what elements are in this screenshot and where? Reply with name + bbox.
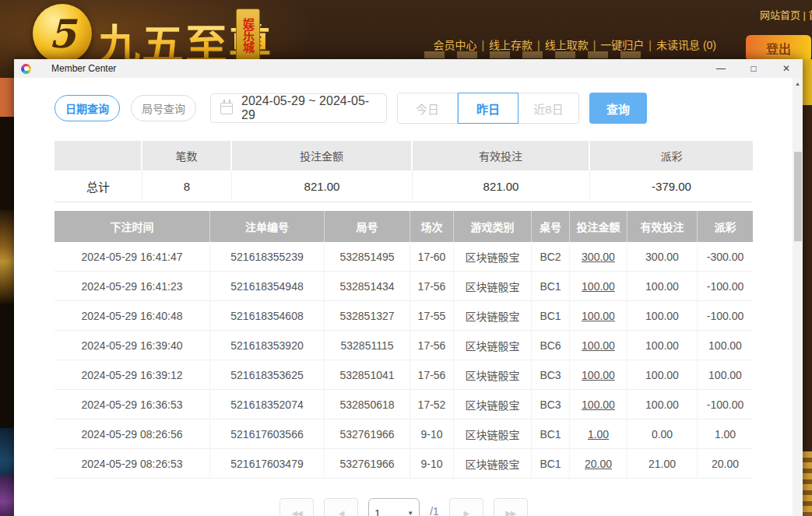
cell-bet-amount[interactable]: 300.00 [570, 242, 627, 271]
window-titlebar[interactable]: Member Center — □ ✕ [14, 59, 803, 78]
cell-payout: 1.00 [698, 419, 753, 448]
today-button[interactable]: 今日 [397, 93, 458, 124]
page-select[interactable]: 1 ▼ [368, 498, 420, 516]
summary-header-cell: 派彩 [590, 141, 753, 170]
cell-bet-amount[interactable]: 1.00 [570, 419, 627, 448]
cell-valid-bet: 100.00 [627, 331, 698, 360]
bg-dark-block [0, 117, 14, 210]
page-total-label: /1 [430, 505, 439, 516]
summary-header-cell: 笔数 [142, 141, 232, 170]
bg-dark-block [0, 304, 14, 428]
bets-header-row: 下注时间注单编号局号场次游戏类别桌号投注金额有效投注派彩 [54, 211, 753, 242]
cell-bet-amount[interactable]: 100.00 [570, 360, 627, 389]
cell-bet-id: 521618353625 [210, 360, 325, 389]
cell-bet-amount[interactable]: 20.00 [570, 449, 627, 478]
bg-orange-block [0, 78, 14, 117]
member-nav: 会员中心|线上存款|线上取款|一键归户|未读讯息 (0) [433, 37, 716, 52]
cell-bet-amount[interactable]: 100.00 [570, 331, 627, 360]
cell-bet-amount[interactable]: 100.00 [570, 301, 627, 330]
nav-item-5[interactable]: 未读讯息 (0) [656, 39, 716, 51]
brand-badge: 娱乐城 [236, 9, 260, 61]
bets-header-cell: 投注金额 [570, 211, 627, 242]
nav-item-1[interactable]: 会员中心 [433, 39, 476, 51]
maximize-button[interactable]: □ [737, 59, 770, 78]
nav-item-2[interactable]: 线上存款 [489, 39, 533, 51]
bets-header-cell: 局号 [325, 211, 410, 242]
cell-bet-time: 2024-05-29 08:26:56 [54, 419, 210, 448]
summary-header-cell [54, 141, 142, 170]
cell-payout: 100.00 [698, 360, 753, 389]
cell-bet-time: 2024-05-29 08:26:53 [54, 449, 210, 478]
yesterday-button[interactable]: 昨日 [458, 93, 518, 124]
table-row: 2024-05-29 08:26:56521617603566532761966… [54, 419, 753, 449]
cell-session: 9-10 [410, 449, 454, 478]
page-select-value: 1 [374, 507, 380, 516]
next-page-button[interactable]: ▶ [449, 498, 483, 516]
chevron-down-icon: ▼ [407, 510, 413, 516]
scroll-up-icon[interactable]: ▲ [793, 78, 803, 90]
site-home-links[interactable]: 网站首页 | 首 [760, 7, 812, 22]
summary-header-row: 笔数投注金额有效投注派彩 [54, 141, 753, 170]
cell-game-type: 区块链骰宝 [454, 449, 532, 478]
search-button[interactable]: 查询 [589, 93, 647, 124]
cell-game-type: 区块链骰宝 [454, 360, 532, 389]
cell-bet-time: 2024-05-29 16:40:48 [54, 301, 210, 330]
cell-valid-bet: 100.00 [627, 272, 698, 300]
cell-payout: -100.00 [698, 272, 753, 300]
nav-item-3[interactable]: 线上取款 [545, 39, 589, 51]
filter-bar: 日期查询 局号查询 2024-05-29 ~ 2024-05-29 今日 昨日 … [54, 93, 647, 124]
bg-blue-block [0, 428, 14, 475]
cell-round-id: 532851041 [325, 360, 410, 389]
cell-round-id: 532761966 [325, 419, 410, 448]
summary-total-row: 总计8821.00821.00-379.00 [54, 170, 753, 202]
cell-payout: -100.00 [698, 390, 753, 419]
cell-bet-id: 521617603479 [210, 449, 325, 478]
cell-game-type: 区块链骰宝 [454, 242, 532, 271]
bg-yellow-block [803, 59, 812, 105]
table-row: 2024-05-29 16:39:12521618353625532851041… [54, 360, 753, 390]
cell-table-no: BC3 [532, 390, 570, 419]
cell-bet-id: 521618354948 [210, 272, 325, 300]
background-left-strip [0, 78, 14, 516]
vertical-scrollbar[interactable]: ▲ [793, 78, 803, 516]
logout-button[interactable]: 登出 [746, 35, 811, 61]
calendar-icon [220, 103, 233, 114]
nav-item-4[interactable]: 一键归户 [600, 39, 644, 51]
bg-dark-block [803, 105, 812, 451]
cell-round-id: 532761966 [325, 449, 410, 478]
background-right-strip [803, 59, 812, 516]
date-query-tab[interactable]: 日期查询 [54, 95, 120, 121]
cell-bet-time: 2024-05-29 16:39:40 [54, 331, 210, 360]
date-range-input[interactable]: 2024-05-29 ~ 2024-05-29 [210, 93, 387, 123]
close-button[interactable]: ✕ [770, 59, 803, 78]
quick-range-group: 今日 昨日 近8日 [397, 93, 579, 124]
date-range-value: 2024-05-29 ~ 2024-05-29 [241, 94, 377, 122]
prev-page-button[interactable]: ◀ [324, 498, 358, 516]
nav-separator: | [589, 39, 601, 51]
cell-bet-id: 521618352074 [210, 390, 325, 419]
summary-table: 笔数投注金额有效投注派彩 总计8821.00821.00-379.00 [54, 141, 753, 202]
table-row: 2024-05-29 16:39:40521618353920532851115… [54, 331, 753, 360]
cell-valid-bet: 21.00 [627, 449, 698, 478]
last8days-button[interactable]: 近8日 [518, 93, 579, 124]
cell-session: 17-52 [410, 390, 454, 419]
last-page-button[interactable]: ▶▶ [494, 498, 528, 516]
first-page-button[interactable]: ◀◀ [279, 498, 314, 516]
cell-session: 17-60 [410, 242, 454, 271]
nav-separator: | [533, 39, 545, 51]
cell-session: 17-56 [410, 331, 454, 360]
bg-gold-glow [0, 210, 14, 304]
cell-session: 9-10 [410, 419, 454, 448]
summary-value-cell: -379.00 [590, 170, 753, 202]
logo-number: 5 [49, 11, 76, 57]
bets-header-cell: 下注时间 [54, 211, 210, 242]
scrollbar-thumb[interactable] [794, 152, 802, 241]
cell-round-id: 532850618 [325, 390, 410, 419]
cell-session: 17-56 [410, 272, 454, 300]
cell-bet-amount[interactable]: 100.00 [570, 272, 627, 300]
cell-bet-amount[interactable]: 100.00 [570, 390, 627, 419]
minimize-button[interactable]: — [705, 59, 737, 78]
table-row: 2024-05-29 16:36:53521618352074532850618… [54, 390, 753, 419]
bg-purple-block [0, 475, 14, 516]
round-query-tab[interactable]: 局号查询 [131, 95, 196, 121]
